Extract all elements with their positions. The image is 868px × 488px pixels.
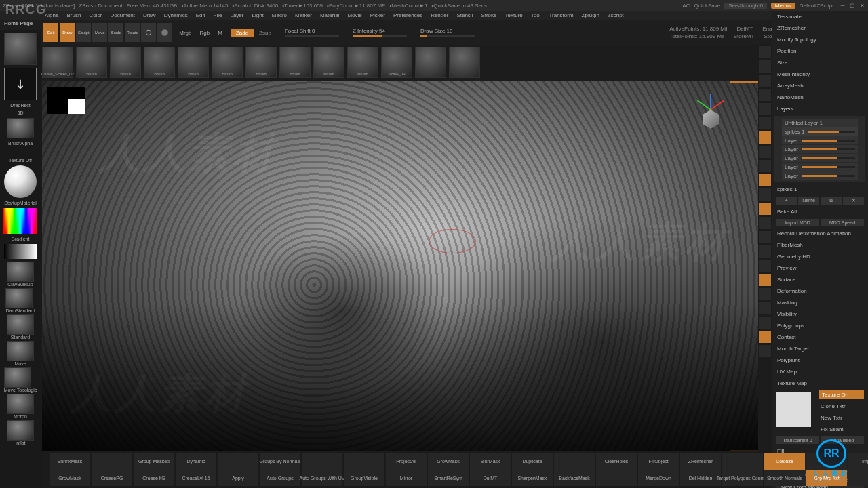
menu-tool[interactable]: Tool — [527, 11, 545, 20]
section-preview[interactable]: Preview — [772, 262, 868, 274]
layers-header[interactable]: Layers — [772, 103, 868, 115]
quicksave-button[interactable]: QuickSave — [694, 3, 720, 9]
bottom-btn[interactable]: Group Masked — [134, 453, 174, 470]
nav-button-19[interactable] — [759, 317, 771, 329]
bottom-btn[interactable]: Colorize — [764, 453, 805, 470]
bottom-btn[interactable]: Duplicate — [512, 453, 553, 470]
new-txtr[interactable]: New Txtr — [815, 412, 868, 424]
quick-brush[interactable] — [5, 288, 33, 308]
section-zremesher[interactable]: ZRemesher — [772, 22, 868, 34]
section-visibility[interactable]: Visibility — [772, 308, 868, 320]
menu-render[interactable]: Render — [427, 11, 452, 20]
shelf-move[interactable]: Move — [92, 23, 107, 42]
layer-row[interactable]: Layer — [782, 171, 858, 180]
bottom-btn[interactable]: Auto Groups With UV — [302, 470, 342, 487]
nav-button-16[interactable] — [759, 274, 771, 286]
texture-thumb[interactable] — [776, 392, 811, 427]
nav-button-8[interactable] — [759, 160, 771, 172]
fix-seam[interactable]: Fix Seam — [815, 424, 868, 435]
mrgb-toggle[interactable]: Mrgb — [179, 30, 191, 36]
brush-thumb[interactable]: Brush — [313, 47, 344, 78]
section-arraymesh[interactable]: ArrayMesh — [772, 80, 868, 92]
nav-button-1[interactable] — [759, 60, 771, 73]
brush-thumb[interactable]: Scale_09 — [381, 47, 412, 78]
texture-off[interactable]: Texture Off — [9, 158, 32, 163]
bottom-btn[interactable]: GrowMask — [50, 470, 90, 487]
bottom-btn[interactable]: BlurMask — [470, 453, 511, 470]
bottom-btn[interactable]: BackfaceMask — [554, 470, 595, 487]
bottom-btn[interactable]: CreaseLvl 15 — [176, 470, 216, 487]
shelf-edit[interactable]: Edit — [43, 23, 58, 42]
close-icon[interactable]: ✕ — [859, 3, 865, 9]
menu-zplugin[interactable]: Zplugin — [578, 11, 604, 20]
quick-brush[interactable] — [7, 341, 34, 361]
color-picker[interactable] — [3, 208, 37, 234]
sphere-button[interactable] — [157, 23, 172, 42]
layer-row[interactable]: Layer — [782, 145, 858, 153]
brush-thumb[interactable] — [415, 47, 446, 78]
section-size[interactable]: Size — [772, 57, 868, 68]
menu-picker[interactable]: Picker — [366, 11, 389, 20]
section-meshintegrity[interactable]: MeshIntegrity — [772, 68, 868, 80]
layer-row[interactable]: Layer — [782, 154, 858, 162]
axis-gizmo[interactable] — [690, 89, 731, 130]
menus-button[interactable]: Menus — [771, 3, 795, 9]
section-position[interactable]: Position — [772, 45, 868, 57]
bottom-btn[interactable]: GrowMask — [428, 453, 469, 470]
bottom-btn[interactable]: GroupVisible — [344, 470, 384, 487]
nav-button-15[interactable] — [759, 260, 771, 272]
bottom-btn[interactable]: Apply — [218, 470, 258, 487]
menu-color[interactable]: Color — [85, 11, 106, 20]
layer-row[interactable]: Layer — [782, 163, 858, 171]
nav-button-9[interactable] — [759, 174, 771, 186]
nav-button-14[interactable] — [759, 245, 771, 258]
menu-stroke[interactable]: Stroke — [477, 11, 500, 20]
nav-button-10[interactable] — [759, 188, 771, 201]
brush-thumb[interactable]: Brush — [347, 47, 378, 78]
delmt-button[interactable]: DelMT — [737, 25, 753, 33]
home-page-button[interactable]: Home Page — [4, 20, 33, 26]
menu-document[interactable]: Document — [106, 11, 139, 20]
section-texture-map[interactable]: Texture Map — [772, 378, 868, 389]
bottom-btn[interactable]: SharpenMask — [512, 470, 553, 487]
menu-dynamics[interactable]: Dynamics — [160, 11, 192, 20]
reference-thumb[interactable] — [47, 87, 85, 114]
zadd-toggle[interactable]: Zadd — [231, 29, 254, 37]
section-tessimate[interactable]: Tessimate — [772, 11, 868, 22]
z-intensity-slider[interactable]: Z Intensity 54 — [353, 28, 407, 37]
bottom-btn[interactable]: FillObject — [638, 453, 679, 470]
layer-row[interactable]: Untitled Layer 1 — [782, 119, 858, 127]
brush-thumb[interactable]: Brush — [279, 47, 311, 78]
record-deform[interactable]: Record Deformation Animation — [772, 228, 868, 239]
menu-light[interactable]: Light — [248, 11, 267, 20]
section-polypaint[interactable]: Polypaint — [772, 354, 868, 366]
brush-thumb[interactable]: Brush — [212, 47, 243, 78]
nav-button-20[interactable] — [759, 331, 771, 343]
menu-edit[interactable]: Edit — [192, 11, 210, 20]
max-icon[interactable]: ▢ — [849, 3, 856, 9]
section-fibermesh[interactable]: FiberMesh — [772, 239, 868, 251]
nav-button-12[interactable] — [759, 217, 771, 229]
top-orange-handle[interactable] — [730, 81, 758, 83]
layer-dup[interactable]: ⧉ — [821, 197, 842, 205]
layer-del[interactable]: ✕ — [843, 197, 864, 205]
bake-all-button[interactable]: Bake All — [772, 206, 868, 218]
brush-thumb[interactable]: Brush — [144, 47, 175, 78]
section-morph-target[interactable]: Morph Target — [772, 343, 868, 354]
rgb-toggle[interactable]: Rgb — [200, 30, 210, 36]
bottom-btn[interactable]: CreasePG — [92, 470, 132, 487]
menu-draw[interactable]: Draw — [139, 11, 160, 20]
current-brush-thumb[interactable] — [4, 33, 37, 65]
bottom-btn[interactable]: MergeDown — [638, 470, 679, 487]
nav-button-6[interactable] — [759, 131, 771, 144]
menu-marker[interactable]: Marker — [291, 11, 316, 20]
section-deformation[interactable]: Deformation — [772, 285, 868, 297]
bottom-btn[interactable]: ProjectAll — [386, 453, 427, 470]
gradient-label[interactable]: Gradient — [12, 237, 30, 241]
section-uv-map[interactable]: UV Map — [772, 366, 868, 378]
menu-macro[interactable]: Macro — [268, 11, 291, 20]
nav-button-18[interactable] — [759, 302, 771, 314]
alpha-thumb[interactable] — [7, 118, 34, 138]
nav-button-11[interactable] — [759, 203, 771, 215]
quick-brush[interactable] — [7, 420, 34, 441]
